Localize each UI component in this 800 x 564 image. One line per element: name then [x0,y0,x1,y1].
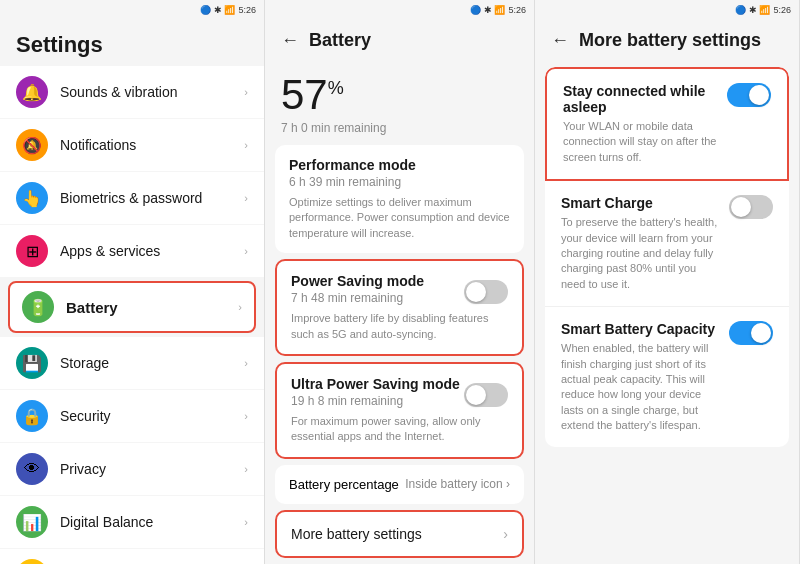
performance-mode-desc: Optimize settings to deliver maximum per… [289,195,510,241]
notifications-label: Notifications [60,137,244,153]
smart-charge-text: Smart Charge To preserve the battery's h… [561,195,719,292]
stay-connected-title: Stay connected while asleep [563,83,717,115]
battery-status-icons: 🔵 ✱ 📶 [470,5,505,15]
apps-icon: ⊞ [16,235,48,267]
smart-capacity-text: Smart Battery Capacity When enabled, the… [561,321,719,433]
battery-header: ← Battery [265,20,534,61]
smart-charge-item: Smart Charge To preserve the battery's h… [545,181,789,307]
battery-percentage-value: Inside battery icon › [405,477,510,491]
battery-content: ← Battery 57% 7 h 0 min remaining Perfor… [265,20,534,564]
more-settings-label: More battery settings [291,526,422,542]
privacy-chevron-icon: › [244,463,248,475]
apps-chevron-icon: › [244,245,248,257]
battery-percent-value: 57% [281,71,344,118]
power-saving-text: Power Saving mode 7 h 48 min remaining [291,273,424,311]
settings-status-bar: 🔵 ✱ 📶 5:26 [0,0,264,20]
battery-title: Battery [309,30,371,51]
more-header: ← More battery settings [535,20,799,61]
battery-status-time: 5:26 [508,5,526,15]
storage-icon: 💾 [16,347,48,379]
sidebar-item-notifications[interactable]: 🔕Notifications› [0,119,264,171]
battery-panel: 🔵 ✱ 📶 5:26 ← Battery 57% 7 h 0 min remai… [265,0,535,564]
sidebar-item-battery[interactable]: 🔋Battery› [8,281,256,333]
privacy-icon: 👁 [16,453,48,485]
more-status-time: 5:26 [773,5,791,15]
sounds-icon: 🔔 [16,76,48,108]
digital-label: Digital Balance [60,514,244,530]
more-settings-panel: 🔵 ✱ 📶 5:26 ← More battery settings Stay … [535,0,800,564]
battery-percentage-display: 57% [281,71,518,119]
biometrics-icon: 👆 [16,182,48,214]
battery-icon: 🔋 [22,291,54,323]
smart-charge-toggle[interactable] [729,195,773,219]
security-icon: 🔒 [16,400,48,432]
ultra-power-saving-subtitle: 19 h 8 min remaining [291,394,460,408]
sidebar-item-sounds[interactable]: 🔔Sounds & vibration› [0,66,264,118]
sidebar-item-apps[interactable]: ⊞Apps & services› [0,225,264,277]
performance-mode-subtitle: 6 h 39 min remaining [289,175,510,189]
battery-percent-section: 57% 7 h 0 min remaining [265,61,534,139]
performance-mode-card[interactable]: Performance mode 6 h 39 min remaining Op… [275,145,524,253]
power-saving-mode-card: Power Saving mode 7 h 48 min remaining I… [275,259,524,356]
sidebar-item-huawei[interactable]: ⭕HUAWEI Assistant› [0,549,264,564]
battery-percentage-row-card[interactable]: Battery percentage Inside battery icon › [275,465,524,504]
battery-chevron-icon: › [238,301,242,313]
more-settings-group: Stay connected while asleep Your WLAN or… [545,67,789,447]
smart-charge-title: Smart Charge [561,195,719,211]
battery-status-bar: 🔵 ✱ 📶 5:26 [265,0,534,20]
battery-percentage-row: Battery percentage Inside battery icon › [289,477,510,492]
ultra-power-saving-row: Ultra Power Saving mode 19 h 8 min remai… [291,376,508,414]
battery-percentage-label: Battery percentage [289,477,399,492]
smart-capacity-title: Smart Battery Capacity [561,321,719,337]
biometrics-label: Biometrics & password [60,190,244,206]
security-label: Security [60,408,244,424]
ultra-power-saving-text: Ultra Power Saving mode 19 h 8 min remai… [291,376,460,414]
huawei-icon: ⭕ [16,559,48,564]
more-status-bar: 🔵 ✱ 📶 5:26 [535,0,799,20]
more-settings-chevron-icon: › [503,526,508,542]
digital-icon: 📊 [16,506,48,538]
security-chevron-icon: › [244,410,248,422]
sounds-label: Sounds & vibration [60,84,244,100]
settings-list: 🔔Sounds & vibration›🔕Notifications›👆Biom… [0,66,264,564]
power-saving-desc: Improve battery life by disabling featur… [291,311,508,342]
smart-capacity-desc: When enabled, the battery will finish ch… [561,341,719,433]
sidebar-item-privacy[interactable]: 👁Privacy› [0,443,264,495]
ultra-power-saving-card: Ultra Power Saving mode 19 h 8 min remai… [275,362,524,459]
more-title: More battery settings [579,30,761,51]
ultra-power-saving-desc: For maximum power saving, allow only ess… [291,414,508,445]
power-saving-subtitle: 7 h 48 min remaining [291,291,424,305]
privacy-label: Privacy [60,461,244,477]
stay-connected-item: Stay connected while asleep Your WLAN or… [545,67,789,181]
digital-chevron-icon: › [244,516,248,528]
sidebar-item-storage[interactable]: 💾Storage› [0,337,264,389]
sidebar-item-security[interactable]: 🔒Security› [0,390,264,442]
settings-content: Settings 🔔Sounds & vibration›🔕Notificati… [0,20,264,564]
battery-back-button[interactable]: ← [281,30,299,51]
more-status-icons: 🔵 ✱ 📶 [735,5,770,15]
smart-capacity-item: Smart Battery Capacity When enabled, the… [545,307,789,447]
more-content: ← More battery settings Stay connected w… [535,20,799,564]
performance-mode-title: Performance mode [289,157,510,173]
ultra-power-saving-toggle[interactable] [464,383,508,407]
sidebar-item-digital[interactable]: 📊Digital Balance› [0,496,264,548]
apps-label: Apps & services [60,243,244,259]
more-battery-settings-link[interactable]: More battery settings › [275,510,524,558]
biometrics-chevron-icon: › [244,192,248,204]
sidebar-item-biometrics[interactable]: 👆Biometrics & password› [0,172,264,224]
settings-title: Settings [0,20,264,66]
sounds-chevron-icon: › [244,86,248,98]
storage-chevron-icon: › [244,357,248,369]
power-saving-row: Power Saving mode 7 h 48 min remaining [291,273,508,311]
ultra-power-saving-title: Ultra Power Saving mode [291,376,460,392]
battery-label: Battery [66,299,238,316]
stay-connected-toggle[interactable] [727,83,771,107]
smart-charge-desc: To preserve the battery's health, your d… [561,215,719,292]
settings-status-icons: 🔵 ✱ 📶 [200,5,235,15]
notifications-icon: 🔕 [16,129,48,161]
power-saving-toggle[interactable] [464,280,508,304]
more-back-button[interactable]: ← [551,30,569,51]
smart-capacity-toggle[interactable] [729,321,773,345]
stay-connected-text: Stay connected while asleep Your WLAN or… [563,83,717,165]
battery-time-remaining: 7 h 0 min remaining [281,121,518,135]
